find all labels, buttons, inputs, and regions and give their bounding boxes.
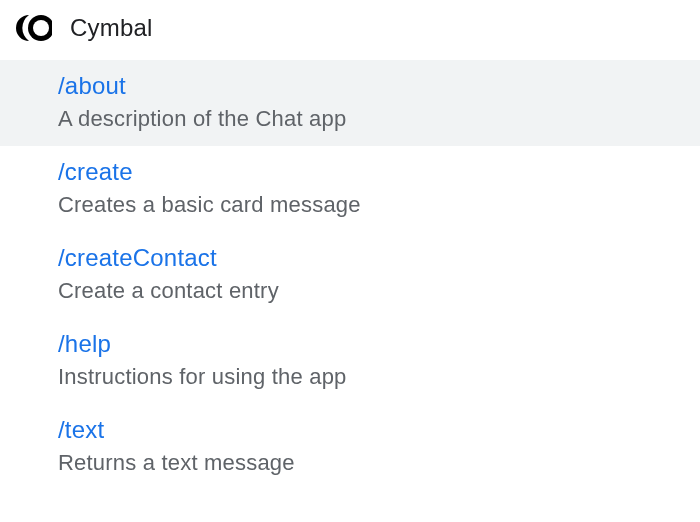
command-description: Returns a text message	[58, 450, 700, 476]
command-name: /text	[58, 416, 700, 444]
app-name: Cymbal	[70, 14, 153, 42]
command-item-createcontact[interactable]: /createContact Create a contact entry	[0, 232, 700, 318]
command-item-text[interactable]: /text Returns a text message	[0, 404, 700, 490]
command-name: /createContact	[58, 244, 700, 272]
command-name: /help	[58, 330, 700, 358]
command-name: /create	[58, 158, 700, 186]
command-description: Creates a basic card message	[58, 192, 700, 218]
app-header: Cymbal	[0, 0, 700, 60]
svg-point-1	[33, 20, 49, 36]
slash-command-list: /about A description of the Chat app /cr…	[0, 60, 700, 490]
command-name: /about	[58, 72, 700, 100]
command-description: Instructions for using the app	[58, 364, 700, 390]
command-item-create[interactable]: /create Creates a basic card message	[0, 146, 700, 232]
command-item-about[interactable]: /about A description of the Chat app	[0, 60, 700, 146]
command-description: Create a contact entry	[58, 278, 700, 304]
command-description: A description of the Chat app	[58, 106, 700, 132]
command-item-help[interactable]: /help Instructions for using the app	[0, 318, 700, 404]
app-logo-icon	[16, 10, 52, 46]
